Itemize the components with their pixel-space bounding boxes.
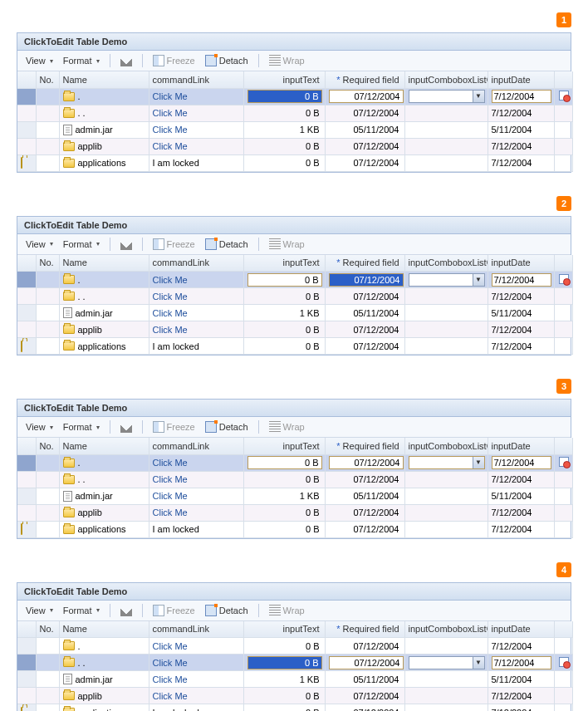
col-required[interactable]: * Required field bbox=[325, 621, 404, 638]
col-inputdate[interactable]: inputDate bbox=[488, 255, 554, 272]
col-inputtext[interactable]: inputText bbox=[243, 255, 325, 272]
detach-button[interactable]: Detach bbox=[202, 419, 252, 434]
row-selector[interactable] bbox=[17, 338, 36, 355]
freeze-button[interactable]: Freeze bbox=[149, 53, 198, 68]
col-inputtext[interactable]: inputText bbox=[243, 621, 325, 638]
date-field[interactable]: 7/12/2004 bbox=[492, 90, 551, 103]
table-row[interactable]: admin.jar Click Me 1 KB 05/11/2004 5/11/… bbox=[17, 305, 572, 321]
col-required[interactable]: * Required field bbox=[325, 71, 404, 88]
cell-name[interactable]: . bbox=[59, 272, 149, 288]
wrap-button[interactable]: Wrap bbox=[266, 603, 308, 618]
freeze-button[interactable]: Freeze bbox=[149, 419, 198, 434]
row-selector[interactable] bbox=[17, 138, 36, 154]
row-selector[interactable] bbox=[17, 471, 36, 488]
cut-button[interactable] bbox=[117, 419, 135, 434]
date-field[interactable]: 7/12/2004 bbox=[492, 273, 551, 287]
commandlink[interactable]: Click Me bbox=[153, 325, 188, 335]
row-action-icon[interactable] bbox=[558, 90, 570, 101]
row-action-icon[interactable] bbox=[558, 273, 570, 285]
col-no[interactable]: No. bbox=[36, 255, 59, 272]
cell-name[interactable]: . . bbox=[59, 105, 149, 121]
view-menu[interactable]: View bbox=[22, 604, 56, 617]
col-no[interactable]: No. bbox=[36, 438, 59, 454]
col-inputdate[interactable]: inputDate bbox=[488, 71, 554, 88]
cell-name[interactable]: applications bbox=[59, 338, 149, 355]
row-action-icon[interactable] bbox=[558, 656, 570, 668]
commandlink[interactable]: Click Me bbox=[153, 458, 188, 468]
wrap-button[interactable]: Wrap bbox=[266, 53, 308, 68]
row-selector[interactable] bbox=[17, 305, 36, 321]
cell-name[interactable]: . bbox=[59, 638, 149, 655]
cut-button[interactable] bbox=[117, 603, 135, 618]
table-row[interactable]: . Click Me 0 B 07/12/2004 ▼ 7/12/2004 bbox=[17, 454, 572, 471]
row-selector[interactable] bbox=[17, 454, 36, 471]
view-menu[interactable]: View bbox=[22, 420, 56, 434]
format-menu[interactable]: Format bbox=[60, 238, 103, 251]
row-selector[interactable] bbox=[17, 121, 36, 138]
table-row[interactable]: applications I am locked 0 B 07/12/2004 … bbox=[17, 521, 572, 537]
cell-name[interactable]: . bbox=[59, 88, 149, 105]
commandlink[interactable]: Click Me bbox=[153, 674, 188, 684]
col-inputdate[interactable]: inputDate bbox=[488, 438, 554, 454]
cell-name[interactable]: admin.jar bbox=[59, 305, 149, 321]
cell-name[interactable]: admin.jar bbox=[59, 121, 149, 138]
cell-name[interactable]: . . bbox=[59, 655, 149, 671]
wrap-button[interactable]: Wrap bbox=[266, 419, 308, 434]
col-combo[interactable]: inputComboboxListOf bbox=[404, 71, 488, 88]
row-selector[interactable] bbox=[17, 504, 36, 521]
col-commandlink[interactable]: commandLink bbox=[149, 438, 243, 454]
cell-name[interactable]: applib bbox=[59, 138, 149, 154]
combo-field[interactable]: ▼ bbox=[409, 456, 485, 469]
row-selector[interactable] bbox=[17, 105, 36, 121]
col-name[interactable]: Name bbox=[59, 71, 149, 88]
cut-button[interactable] bbox=[117, 237, 135, 252]
detach-button[interactable]: Detach bbox=[202, 53, 252, 68]
commandlink[interactable]: Click Me bbox=[153, 641, 188, 651]
table-row[interactable]: . . Click Me 0 B 07/12/2004 ▼ 7/12/2004 bbox=[17, 655, 572, 671]
col-combo[interactable]: inputComboboxListOf bbox=[404, 255, 488, 272]
col-name[interactable]: Name bbox=[59, 438, 149, 454]
commandlink[interactable]: Click Me bbox=[153, 658, 188, 668]
row-selector[interactable] bbox=[17, 655, 36, 671]
row-selector[interactable] bbox=[17, 288, 36, 305]
table-row[interactable]: admin.jar Click Me 1 KB 05/11/2004 5/11/… bbox=[17, 488, 572, 504]
cell-name[interactable]: applications bbox=[59, 154, 149, 171]
row-action-icon[interactable] bbox=[558, 456, 570, 468]
table-row[interactable]: . Click Me 0 B 07/12/2004 ▼ 7/12/2004 bbox=[17, 88, 572, 105]
chevron-down-icon[interactable]: ▼ bbox=[473, 657, 484, 669]
combo-field[interactable]: ▼ bbox=[409, 656, 485, 669]
inputtext-field[interactable]: 0 B bbox=[247, 456, 322, 469]
col-name[interactable]: Name bbox=[59, 255, 149, 272]
table-row[interactable]: . . Click Me 0 B 07/12/2004 7/12/2004 bbox=[17, 471, 572, 488]
table-row[interactable]: admin.jar Click Me 1 KB 05/11/2004 5/11/… bbox=[17, 671, 572, 688]
required-field[interactable]: 07/12/2004 bbox=[329, 456, 404, 469]
detach-button[interactable]: Detach bbox=[202, 237, 252, 252]
table-row[interactable]: admin.jar Click Me 1 KB 05/11/2004 5/11/… bbox=[17, 121, 572, 138]
table-row[interactable]: . . Click Me 0 B 07/12/2004 7/12/2004 bbox=[17, 105, 572, 121]
table-row[interactable]: applications I am locked 0 B 07/12/2004 … bbox=[17, 154, 572, 171]
row-selector[interactable] bbox=[17, 488, 36, 504]
commandlink[interactable]: Click Me bbox=[153, 141, 188, 151]
cell-name[interactable]: admin.jar bbox=[59, 671, 149, 688]
table-row[interactable]: applib Click Me 0 B 07/12/2004 7/12/2004 bbox=[17, 138, 572, 154]
detach-button[interactable]: Detach bbox=[202, 603, 252, 618]
cell-name[interactable]: . bbox=[59, 454, 149, 471]
table-row[interactable]: applib Click Me 0 B 07/12/2004 7/12/2004 bbox=[17, 504, 572, 521]
col-commandlink[interactable]: commandLink bbox=[149, 621, 243, 638]
col-required[interactable]: * Required field bbox=[325, 438, 404, 454]
format-menu[interactable]: Format bbox=[60, 54, 103, 67]
col-no[interactable]: No. bbox=[36, 621, 59, 638]
table-row[interactable]: . Click Me 0 B 07/12/2004 7/12/2004 bbox=[17, 638, 572, 655]
col-commandlink[interactable]: commandLink bbox=[149, 71, 243, 88]
row-selector[interactable] bbox=[17, 321, 36, 338]
date-field[interactable]: 7/12/2004 bbox=[492, 656, 551, 669]
commandlink[interactable]: Click Me bbox=[153, 691, 188, 701]
table-row[interactable]: applications I am locked 0 B 07/12/2004 … bbox=[17, 704, 572, 712]
row-selector[interactable] bbox=[17, 154, 36, 171]
commandlink[interactable]: Click Me bbox=[153, 292, 188, 302]
freeze-button[interactable]: Freeze bbox=[149, 237, 198, 252]
row-selector[interactable] bbox=[17, 272, 36, 288]
table-row[interactable]: . . Click Me 0 B 07/12/2004 7/12/2004 bbox=[17, 288, 572, 305]
cut-button[interactable] bbox=[117, 53, 135, 68]
cell-name[interactable]: applib bbox=[59, 321, 149, 338]
